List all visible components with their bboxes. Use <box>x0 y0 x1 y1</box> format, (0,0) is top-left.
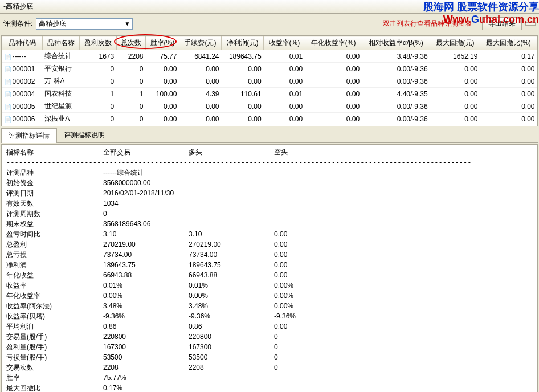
detail-row: 胜率75.77% <box>6 373 533 383</box>
column-header[interactable]: 胜率(%) <box>146 36 179 50</box>
tab-bar: 评测指标详情 评测指标说明 <box>1 128 538 143</box>
detail-row: 收益率(贝塔)-9.36%-9.36%-9.36% <box>6 311 533 321</box>
column-header[interactable]: 净利润(元) <box>222 36 264 50</box>
extra-button[interactable] <box>525 22 536 26</box>
condition-dropdown[interactable]: 高精抄底 ▼ <box>36 18 133 30</box>
detail-row: 有效天数1034 <box>6 198 533 209</box>
detail-row: 净利润189643.75189643.750.00 <box>6 260 533 270</box>
detail-row: 盈亏时间比3.103.100.00 <box>6 229 533 239</box>
table-body: ------综合统计1673220875.776841.24189643.750… <box>2 50 537 127</box>
detail-row: 总亏损73734.0073734.000.00 <box>6 250 533 260</box>
table-row[interactable]: ------综合统计1673220875.776841.24189643.750… <box>2 50 537 63</box>
column-header[interactable]: 最大回撤比(%) <box>480 36 537 50</box>
detail-row: 评测周期数0 <box>6 209 533 219</box>
detail-row: 总盈利270219.00270219.000.00 <box>6 239 533 250</box>
separator: ----------------------------------------… <box>6 157 533 168</box>
column-header[interactable]: 相对收益率α/β(%) <box>362 36 430 50</box>
results-table: 品种代码品种名称盈利次数总次数胜率(%)手续费(元)净利润(元)收益率(%)年化… <box>2 36 537 126</box>
detail-row: 收益率0.01%0.01%0.00% <box>6 280 533 291</box>
cond-label: 评测条件: <box>3 19 32 28</box>
column-header[interactable]: 总次数 <box>116 36 145 50</box>
table-row[interactable]: 000005世纪星源000.000.000.000.000.000.00/-9.… <box>2 100 537 113</box>
chevron-down-icon: ▼ <box>124 21 130 27</box>
detail-row: 初始资金3568000000.00 <box>6 178 533 188</box>
export-button[interactable]: 导出结果 <box>482 17 522 30</box>
column-header[interactable]: 品种名称 <box>42 36 79 50</box>
detail-row: 盈利量(股/手)1673001673000 <box>6 342 533 352</box>
detail-row: 最大回撤比0.17% <box>6 383 533 392</box>
dropdown-value: 高精抄底 <box>39 19 66 28</box>
tab-desc[interactable]: 评测指标说明 <box>56 128 112 142</box>
window-title: -高精抄底 <box>0 0 539 14</box>
tab-detail[interactable]: 评测指标详情 <box>1 128 57 143</box>
column-header[interactable]: 手续费(元) <box>179 36 221 50</box>
detail-header: 指标名称 全部交易 多头 空头 <box>6 147 533 157</box>
column-header[interactable]: 盈利次数 <box>79 36 116 50</box>
detail-row: 年化收益66943.8866943.880.00 <box>6 270 533 280</box>
table-row[interactable]: 000007全新好11100.002.29104.710.010.0010.60… <box>2 125 537 127</box>
column-header[interactable]: 收益率(%) <box>264 36 305 50</box>
detail-row: 年化收益率0.00%0.00%0.00% <box>6 291 533 301</box>
column-header[interactable]: 年化收益率(%) <box>305 36 362 50</box>
detail-row: 交易量(股/手)2208002208000 <box>6 332 533 342</box>
column-header[interactable]: 品种代码 <box>2 36 43 50</box>
detail-row: 平均利润0.860.860.00 <box>6 321 533 332</box>
table-header-row[interactable]: 品种代码品种名称盈利次数总次数胜率(%)手续费(元)净利润(元)收益率(%)年化… <box>2 36 537 50</box>
detail-row: 评测品种------综合统计 <box>6 168 533 178</box>
detail-row: 交易次数220822080 <box>6 362 533 373</box>
toolbar: 评测条件: 高精抄底 ▼ 双击列表行查看品种评测图表 导出结果 <box>0 14 539 34</box>
table-row[interactable]: 000002万 科A000.000.000.000.000.000.00/-9.… <box>2 75 537 88</box>
detail-panel[interactable]: 指标名称 全部交易 多头 空头 ------------------------… <box>1 144 538 392</box>
hint-text: 双击列表行查看品种评测图表 <box>383 19 472 28</box>
table-row[interactable]: 000006深振业A000.000.000.000.000.000.00/-9.… <box>2 113 537 125</box>
detail-row: 评测日期2016/02/01-2018/11/30 <box>6 188 533 198</box>
detail-row: 收益率(阿尔法)3.48%3.48%0.00% <box>6 301 533 311</box>
table-row[interactable]: 000004国农科技11100.004.39110.610.010.004.40… <box>2 88 537 100</box>
table-row[interactable]: 000001平安银行000.000.000.000.000.000.00/-9.… <box>2 63 537 75</box>
detail-row: 亏损量(股/手)53500535000 <box>6 352 533 362</box>
detail-row: 期末权益3568189643.06 <box>6 219 533 229</box>
column-header[interactable]: 最大回撤(元) <box>430 36 480 50</box>
results-table-wrap[interactable]: 品种代码品种名称盈利次数总次数胜率(%)手续费(元)净利润(元)收益率(%)年化… <box>1 35 538 126</box>
